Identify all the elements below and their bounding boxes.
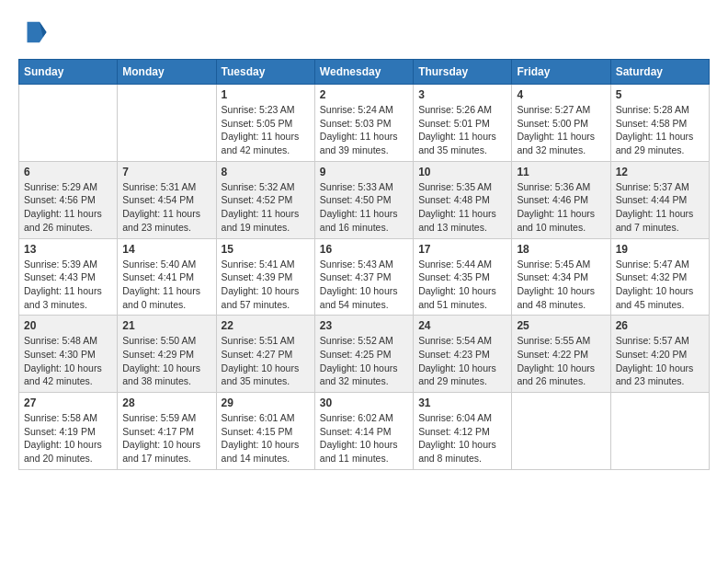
day-number: 13 xyxy=(24,243,112,256)
day-info: Sunrise: 5:39 AM Sunset: 4:43 PM Dayligh… xyxy=(24,258,112,312)
calendar-table: SundayMondayTuesdayWednesdayThursdayFrid… xyxy=(18,59,710,470)
day-info: Sunrise: 5:43 AM Sunset: 4:37 PM Dayligh… xyxy=(320,258,408,312)
calendar-cell: 2Sunrise: 5:24 AM Sunset: 5:03 PM Daylig… xyxy=(314,85,413,162)
calendar-week-row: 20Sunrise: 5:48 AM Sunset: 4:30 PM Dayli… xyxy=(19,316,710,393)
day-info: Sunrise: 6:04 AM Sunset: 4:12 PM Dayligh… xyxy=(418,411,506,465)
day-info: Sunrise: 5:47 AM Sunset: 4:32 PM Dayligh… xyxy=(616,258,704,312)
page-header xyxy=(18,18,710,50)
calendar-weekday-header: Wednesday xyxy=(314,60,413,85)
day-number: 14 xyxy=(122,243,210,256)
calendar-cell: 12Sunrise: 5:37 AM Sunset: 4:44 PM Dayli… xyxy=(610,161,709,238)
day-number: 22 xyxy=(222,319,310,332)
day-number: 10 xyxy=(418,166,506,178)
day-info: Sunrise: 5:54 AM Sunset: 4:23 PM Dayligh… xyxy=(418,334,506,388)
calendar-header-row: SundayMondayTuesdayWednesdayThursdayFrid… xyxy=(19,60,710,85)
day-number: 31 xyxy=(418,396,506,409)
day-number: 6 xyxy=(24,166,112,178)
day-info: Sunrise: 5:40 AM Sunset: 4:41 PM Dayligh… xyxy=(122,258,210,312)
day-number: 3 xyxy=(418,88,506,101)
day-number: 24 xyxy=(418,319,506,332)
day-number: 20 xyxy=(24,319,112,332)
calendar-cell: 9Sunrise: 5:33 AM Sunset: 4:50 PM Daylig… xyxy=(314,161,413,238)
calendar-weekday-header: Tuesday xyxy=(216,60,314,85)
calendar-weekday-header: Sunday xyxy=(19,60,118,85)
calendar-weekday-header: Monday xyxy=(118,60,216,85)
day-number: 30 xyxy=(320,396,408,409)
calendar-cell: 3Sunrise: 5:26 AM Sunset: 5:01 PM Daylig… xyxy=(414,85,512,162)
calendar-cell: 7Sunrise: 5:31 AM Sunset: 4:54 PM Daylig… xyxy=(118,161,216,238)
day-info: Sunrise: 5:51 AM Sunset: 4:27 PM Dayligh… xyxy=(222,334,310,388)
calendar-cell: 19Sunrise: 5:47 AM Sunset: 4:32 PM Dayli… xyxy=(610,238,709,316)
calendar-cell: 11Sunrise: 5:36 AM Sunset: 4:46 PM Dayli… xyxy=(512,161,610,238)
day-number: 18 xyxy=(517,243,605,256)
day-number: 15 xyxy=(222,243,310,256)
day-number: 25 xyxy=(517,319,605,332)
day-info: Sunrise: 5:58 AM Sunset: 4:19 PM Dayligh… xyxy=(24,411,112,465)
day-info: Sunrise: 5:35 AM Sunset: 4:48 PM Dayligh… xyxy=(418,180,506,235)
day-number: 19 xyxy=(616,243,704,256)
day-info: Sunrise: 5:33 AM Sunset: 4:50 PM Dayligh… xyxy=(320,180,408,235)
calendar-cell: 20Sunrise: 5:48 AM Sunset: 4:30 PM Dayli… xyxy=(19,316,118,393)
calendar-cell: 22Sunrise: 5:51 AM Sunset: 4:27 PM Dayli… xyxy=(216,316,314,393)
day-number: 12 xyxy=(616,166,704,178)
calendar-week-row: 27Sunrise: 5:58 AM Sunset: 4:19 PM Dayli… xyxy=(19,393,710,470)
day-number: 9 xyxy=(320,166,408,178)
calendar-weekday-header: Friday xyxy=(512,60,610,85)
day-info: Sunrise: 5:48 AM Sunset: 4:30 PM Dayligh… xyxy=(24,334,112,388)
calendar-cell: 8Sunrise: 5:32 AM Sunset: 4:52 PM Daylig… xyxy=(216,161,314,238)
day-number: 8 xyxy=(222,166,310,178)
day-info: Sunrise: 5:45 AM Sunset: 4:34 PM Dayligh… xyxy=(517,258,605,312)
calendar-cell: 31Sunrise: 6:04 AM Sunset: 4:12 PM Dayli… xyxy=(414,393,512,470)
day-number: 1 xyxy=(222,88,310,101)
day-info: Sunrise: 5:50 AM Sunset: 4:29 PM Dayligh… xyxy=(122,334,210,388)
calendar-cell: 5Sunrise: 5:28 AM Sunset: 4:58 PM Daylig… xyxy=(610,85,709,162)
calendar-cell: 15Sunrise: 5:41 AM Sunset: 4:39 PM Dayli… xyxy=(216,238,314,316)
calendar-body: 1Sunrise: 5:23 AM Sunset: 5:05 PM Daylig… xyxy=(19,85,710,470)
calendar-cell: 13Sunrise: 5:39 AM Sunset: 4:43 PM Dayli… xyxy=(19,238,118,316)
calendar-cell: 30Sunrise: 6:02 AM Sunset: 4:14 PM Dayli… xyxy=(314,393,413,470)
day-number: 4 xyxy=(517,88,605,101)
day-number: 2 xyxy=(320,88,408,101)
calendar-week-row: 1Sunrise: 5:23 AM Sunset: 5:05 PM Daylig… xyxy=(19,85,710,162)
calendar-cell: 4Sunrise: 5:27 AM Sunset: 5:00 PM Daylig… xyxy=(512,85,610,162)
calendar-cell: 1Sunrise: 5:23 AM Sunset: 5:05 PM Daylig… xyxy=(216,85,314,162)
day-info: Sunrise: 5:55 AM Sunset: 4:22 PM Dayligh… xyxy=(517,334,605,388)
day-info: Sunrise: 5:29 AM Sunset: 4:56 PM Dayligh… xyxy=(24,180,112,235)
calendar-cell xyxy=(610,393,709,470)
calendar-cell xyxy=(19,85,118,162)
calendar-cell: 28Sunrise: 5:59 AM Sunset: 4:17 PM Dayli… xyxy=(118,393,216,470)
calendar-weekday-header: Saturday xyxy=(610,60,709,85)
calendar-cell: 10Sunrise: 5:35 AM Sunset: 4:48 PM Dayli… xyxy=(414,161,512,238)
calendar-cell: 21Sunrise: 5:50 AM Sunset: 4:29 PM Dayli… xyxy=(118,316,216,393)
day-number: 26 xyxy=(616,319,704,332)
calendar-cell: 29Sunrise: 6:01 AM Sunset: 4:15 PM Dayli… xyxy=(216,393,314,470)
day-info: Sunrise: 5:57 AM Sunset: 4:20 PM Dayligh… xyxy=(616,334,704,388)
calendar-cell: 24Sunrise: 5:54 AM Sunset: 4:23 PM Dayli… xyxy=(414,316,512,393)
day-info: Sunrise: 5:52 AM Sunset: 4:25 PM Dayligh… xyxy=(320,334,408,388)
day-info: Sunrise: 5:23 AM Sunset: 5:05 PM Dayligh… xyxy=(222,103,310,157)
calendar-cell: 26Sunrise: 5:57 AM Sunset: 4:20 PM Dayli… xyxy=(610,316,709,393)
day-number: 27 xyxy=(24,396,112,409)
day-number: 28 xyxy=(122,396,210,409)
day-info: Sunrise: 5:37 AM Sunset: 4:44 PM Dayligh… xyxy=(616,180,704,235)
day-info: Sunrise: 5:31 AM Sunset: 4:54 PM Dayligh… xyxy=(122,180,210,235)
day-info: Sunrise: 5:28 AM Sunset: 4:58 PM Dayligh… xyxy=(616,103,704,157)
day-info: Sunrise: 5:41 AM Sunset: 4:39 PM Dayligh… xyxy=(222,258,310,312)
calendar-cell: 17Sunrise: 5:44 AM Sunset: 4:35 PM Dayli… xyxy=(414,238,512,316)
calendar-cell xyxy=(118,85,216,162)
day-number: 16 xyxy=(320,243,408,256)
day-info: Sunrise: 5:36 AM Sunset: 4:46 PM Dayligh… xyxy=(517,180,605,235)
calendar-cell xyxy=(512,393,610,470)
calendar-cell: 25Sunrise: 5:55 AM Sunset: 4:22 PM Dayli… xyxy=(512,316,610,393)
day-info: Sunrise: 5:26 AM Sunset: 5:01 PM Dayligh… xyxy=(418,103,506,157)
day-info: Sunrise: 5:59 AM Sunset: 4:17 PM Dayligh… xyxy=(122,411,210,465)
day-info: Sunrise: 6:02 AM Sunset: 4:14 PM Dayligh… xyxy=(320,411,408,465)
day-number: 23 xyxy=(320,319,408,332)
calendar-week-row: 6Sunrise: 5:29 AM Sunset: 4:56 PM Daylig… xyxy=(19,161,710,238)
day-number: 29 xyxy=(222,396,310,409)
calendar-cell: 6Sunrise: 5:29 AM Sunset: 4:56 PM Daylig… xyxy=(19,161,118,238)
day-info: Sunrise: 6:01 AM Sunset: 4:15 PM Dayligh… xyxy=(222,411,310,465)
logo xyxy=(18,18,48,50)
calendar-cell: 23Sunrise: 5:52 AM Sunset: 4:25 PM Dayli… xyxy=(314,316,413,393)
day-number: 21 xyxy=(122,319,210,332)
